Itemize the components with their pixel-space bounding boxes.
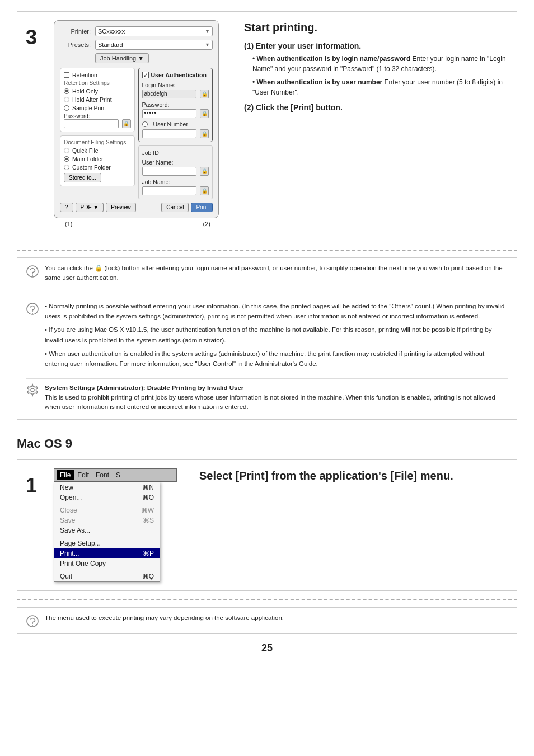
user-number-radio[interactable] xyxy=(142,121,148,127)
main-folder-radio[interactable] xyxy=(64,156,69,162)
note2-text: The menu used to execute printing may va… xyxy=(45,613,284,623)
custom-folder-row: Custom Folder xyxy=(64,164,131,171)
step3-dialog-area: Printer: SCxxxxxx ▼ Presets: Standard ▼ xyxy=(54,20,222,229)
printer-label: Printer: xyxy=(60,28,91,35)
step2-header: (2) Click the [Print] button. xyxy=(244,103,508,112)
user-auth-checkbox[interactable]: ✓ xyxy=(142,72,149,78)
hold-only-radio[interactable] xyxy=(64,88,69,94)
font-menu-item[interactable]: Font xyxy=(92,470,113,480)
hold-only-row: Hold Only xyxy=(64,88,131,95)
edit-menu-item[interactable]: Edit xyxy=(74,470,92,480)
warning-bullet1: Normally printing is possible without en… xyxy=(45,301,508,322)
dialog-two-col: Retention Retention Settings Hold Only H… xyxy=(60,68,213,199)
footer-left: ? PDF ▼ Preview xyxy=(60,203,136,212)
login-name-label: Login Name: xyxy=(142,82,209,88)
job-name-input[interactable] xyxy=(142,186,197,195)
user-name-label: User Name: xyxy=(142,159,209,166)
instruction-step1: (1) Enter your user information. When au… xyxy=(244,41,508,97)
settings-desc: This is used to prohibit printing of pri… xyxy=(45,394,495,410)
password2-label: Password: xyxy=(142,101,209,108)
instruction-step2: (2) Click the [Print] button. xyxy=(244,103,508,112)
presets-label: Presets: xyxy=(60,41,91,48)
callout-labels: (1) (2) xyxy=(54,218,222,229)
stored-to-button[interactable]: Stored to... xyxy=(64,173,101,182)
settings-title: System Settings (Administrator): Disable… xyxy=(45,384,243,391)
warning-bullet2: If you are using Mac OS X v10.1.5, the u… xyxy=(45,325,508,345)
step3-instructions: Start printing. (1) Enter your user info… xyxy=(233,20,508,229)
dashed-divider-1 xyxy=(17,250,517,251)
hold-after-print-row: Hold After Print xyxy=(64,96,131,103)
cancel-button[interactable]: Cancel xyxy=(161,203,189,212)
quick-file-radio[interactable] xyxy=(64,148,69,153)
svg-point-6 xyxy=(32,625,33,626)
retention-checkbox-row: Retention xyxy=(64,72,131,78)
printer-select[interactable]: SCxxxxxx ▼ xyxy=(95,26,213,36)
mac-step-number: 1 xyxy=(26,468,43,582)
s-menu-item[interactable]: S xyxy=(113,470,124,480)
job-name-label: Job Name: xyxy=(142,179,209,185)
note-icon-2 xyxy=(26,614,39,628)
tab-arrow-icon: ▼ xyxy=(138,55,144,62)
page: 3 Printer: SCxxxxxx ▼ Presets: Standard xyxy=(0,0,534,674)
password2-input-row: ••••• 🔒 xyxy=(142,109,209,118)
password-section: Password: 🔒 xyxy=(64,113,131,128)
user-name-lock-button[interactable]: 🔒 xyxy=(200,167,209,176)
user-auth-header: ✓ User Authentication xyxy=(142,72,209,78)
mac-menu-quit[interactable]: Quit ⌘Q xyxy=(54,571,160,581)
hold-after-print-radio[interactable] xyxy=(64,97,69,102)
print-button[interactable]: Print xyxy=(191,203,213,212)
job-name-lock-button[interactable]: 🔒 xyxy=(200,186,209,195)
mac-menu-open[interactable]: Open... ⌘O xyxy=(54,492,160,503)
svg-point-1 xyxy=(32,275,33,276)
password2-lock-button[interactable]: 🔒 xyxy=(200,109,209,118)
mac-separator-3 xyxy=(54,570,160,570)
filing-section: Document Filing Settings Quick File Main… xyxy=(60,135,135,186)
settings-text: System Settings (Administrator): Disable… xyxy=(45,383,508,412)
retention-lock-button[interactable]: 🔒 xyxy=(122,119,131,128)
mac-menu-save-as[interactable]: Save As... xyxy=(54,525,160,536)
user-number-lock-button[interactable]: 🔒 xyxy=(200,129,209,138)
presets-select[interactable]: Standard ▼ xyxy=(95,40,213,50)
job-id-section: Job ID User Name: 🔒 Job Name: 🔒 xyxy=(138,145,213,199)
retention-password-input[interactable] xyxy=(64,119,119,128)
settings-note: System Settings (Administrator): Disable… xyxy=(26,378,508,412)
bullet2: When authentication is by user number En… xyxy=(252,77,508,97)
printer-arrow-icon: ▼ xyxy=(205,29,210,34)
mac-file-dropdown: New ⌘N Open... ⌘O Close ⌘W Save ⌘S Save xyxy=(54,482,160,582)
job-handling-tab[interactable]: Job Handling ▼ xyxy=(95,53,149,63)
callout-1: (1) xyxy=(65,220,72,227)
sample-print-radio[interactable] xyxy=(64,105,69,111)
pdf-button[interactable]: PDF ▼ xyxy=(76,203,104,212)
mac-menu-print-one-copy[interactable]: Print One Copy xyxy=(54,558,160,569)
mac-instruction-title: Select [Print] from the application's [F… xyxy=(199,468,508,483)
tab-row: Job Handling ▼ xyxy=(60,53,213,63)
mac-content-left: File Edit Font S New ⌘N Open... ⌘O Close xyxy=(54,468,177,582)
user-number-row: User Number xyxy=(142,121,209,128)
preview-button[interactable]: Preview xyxy=(106,203,136,212)
sample-print-row: Sample Print xyxy=(64,105,131,111)
step3-number: 3 xyxy=(26,20,43,229)
password-input-row: 🔒 xyxy=(64,119,131,128)
user-number-input[interactable] xyxy=(142,129,197,138)
retention-checkbox[interactable] xyxy=(64,72,69,78)
mac-menu-save: Save ⌘S xyxy=(54,515,160,525)
user-name-input-row: 🔒 xyxy=(142,167,209,176)
help-button[interactable]: ? xyxy=(60,203,73,212)
mac-os9-title: Mac OS 9 xyxy=(17,431,517,451)
note-icon-1 xyxy=(26,265,39,278)
login-lock-button[interactable]: 🔒 xyxy=(200,90,209,98)
main-folder-row: Main Folder xyxy=(64,156,131,162)
mac-menu-print[interactable]: Print... ⌘P xyxy=(54,548,160,558)
custom-folder-radio[interactable] xyxy=(64,165,69,170)
settings-gear-icon xyxy=(26,383,39,397)
user-name-input[interactable] xyxy=(142,167,197,176)
bullet1: When authentication is by login name/pas… xyxy=(252,54,508,74)
callout-2: (2) xyxy=(203,220,210,227)
file-menu-item[interactable]: File xyxy=(57,470,74,480)
stored-to-row: Stored to... xyxy=(64,173,131,182)
password2-input[interactable]: ••••• xyxy=(142,109,197,118)
mac-menu-close: Close ⌘W xyxy=(54,505,160,515)
mac-menu-page-setup[interactable]: Page Setup... xyxy=(54,538,160,548)
mac-menu-new[interactable]: New ⌘N xyxy=(54,482,160,492)
login-name-input[interactable]: abcdefgh xyxy=(142,90,197,98)
